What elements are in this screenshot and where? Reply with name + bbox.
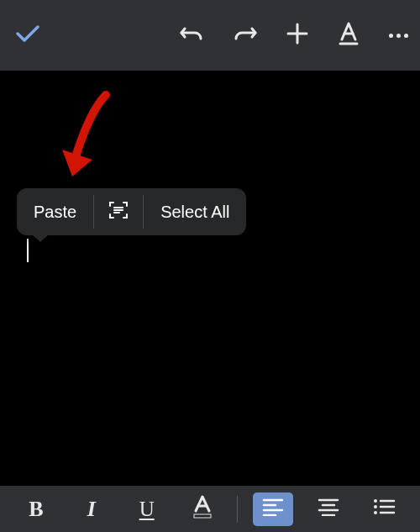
scan-icon [108,199,129,225]
svg-rect-0 [194,514,211,518]
top-toolbar-right [179,21,408,50]
bulleted-list-icon [372,498,396,521]
align-left-icon [262,498,284,521]
align-left-button[interactable] [253,492,293,526]
align-center-icon [318,498,339,521]
context-menu: Paste Select All [17,188,246,235]
editor-area[interactable]: Paste Select All [0,71,420,486]
checkmark-icon [15,23,40,48]
select-all-button[interactable]: Select All [144,188,246,235]
redo-button[interactable] [233,24,258,47]
plus-icon [286,23,308,48]
paste-label: Paste [34,203,76,222]
align-center-button[interactable] [308,492,349,526]
bulleted-list-button[interactable] [364,492,404,526]
arrow-annotation [55,91,123,195]
add-button[interactable] [286,23,308,48]
text-style-button[interactable] [337,21,360,50]
italic-label: I [87,497,96,522]
redo-icon [233,24,258,47]
text-style-icon [337,21,360,50]
bold-button[interactable]: B [16,492,56,526]
italic-button[interactable]: I [71,492,112,526]
toolbar-separator [237,496,238,523]
svg-point-1 [374,499,377,503]
underline-label: U [139,498,155,521]
formatting-toolbar: B I U [0,486,420,532]
select-all-label: Select All [160,203,229,222]
top-toolbar [0,0,420,71]
underline-button[interactable]: U [127,492,167,526]
undo-icon [179,24,204,47]
confirm-button[interactable] [15,23,40,48]
paste-button[interactable]: Paste [17,188,93,235]
text-color-icon [191,494,214,524]
scan-button[interactable] [94,188,143,235]
text-cursor [27,239,29,262]
text-color-button[interactable] [182,492,223,526]
more-button[interactable] [389,34,408,38]
bold-label: B [29,497,43,522]
svg-point-2 [374,505,377,508]
more-icon [389,34,408,38]
undo-button[interactable] [179,24,204,47]
svg-point-3 [374,511,377,514]
